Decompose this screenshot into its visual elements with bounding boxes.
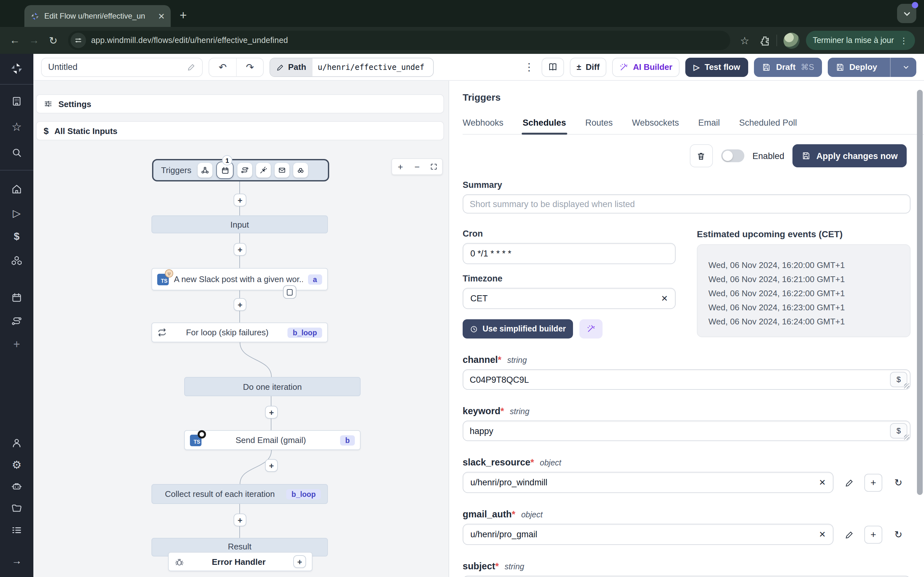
settings-gear-icon[interactable]: ⚙ bbox=[0, 454, 33, 476]
email-trigger-icon[interactable] bbox=[275, 163, 289, 177]
resize-handle[interactable] bbox=[904, 435, 909, 440]
resources-icon[interactable] bbox=[0, 250, 33, 271]
forward-icon[interactable]: → bbox=[26, 32, 42, 49]
routes-icon[interactable] bbox=[0, 310, 33, 332]
cron-input[interactable]: 0 */1 * * * * bbox=[463, 243, 676, 264]
tab-routes[interactable]: Routes bbox=[585, 118, 613, 134]
resize-handle[interactable] bbox=[904, 384, 909, 388]
channel-input[interactable]: C04P9T8QC9L $ bbox=[463, 369, 911, 390]
gmail-auth-input[interactable]: u/henri/pro_gmail ✕ bbox=[463, 524, 834, 545]
schedules-icon[interactable] bbox=[0, 287, 33, 308]
tab-webhooks[interactable]: Webhooks bbox=[463, 118, 503, 134]
slack-step-node[interactable]: TS A new Slack post with a given wor... … bbox=[152, 268, 328, 290]
deploy-dropdown-icon[interactable] bbox=[896, 63, 916, 71]
browser-update-button[interactable]: Terminer la mise à jour ⋮ bbox=[806, 31, 915, 50]
diff-button[interactable]: ± Diff bbox=[569, 57, 607, 77]
do-one-iteration-node[interactable]: Do one iteration bbox=[184, 377, 360, 396]
zoom-in-icon[interactable]: + bbox=[392, 159, 409, 174]
new-tab-icon[interactable]: + bbox=[180, 8, 187, 23]
more-options-icon[interactable]: ⋮ bbox=[523, 61, 535, 73]
simplified-builder-button[interactable]: Use simplified builder bbox=[463, 319, 573, 338]
clear-timezone-icon[interactable]: ✕ bbox=[661, 293, 668, 303]
apply-changes-button[interactable]: Apply changes now bbox=[792, 144, 907, 167]
refresh-resource-icon[interactable]: ↻ bbox=[890, 477, 907, 488]
summary-input[interactable] bbox=[463, 194, 911, 213]
insert-step-button[interactable]: + bbox=[265, 459, 278, 472]
redo-button[interactable]: ↷ bbox=[236, 58, 263, 76]
draft-button[interactable]: Draft ⌘S bbox=[754, 57, 822, 77]
tab-websockets[interactable]: Websockets bbox=[632, 118, 679, 134]
timezone-input[interactable]: CET ✕ bbox=[463, 288, 676, 309]
all-static-inputs-row[interactable]: $ All Static Inputs bbox=[36, 121, 444, 140]
favorites-star-icon[interactable]: ☆ bbox=[0, 116, 33, 138]
route-trigger-icon[interactable] bbox=[237, 163, 252, 177]
add-resource-button[interactable]: + bbox=[864, 525, 882, 543]
tab-email[interactable]: Email bbox=[698, 118, 720, 134]
deploy-button[interactable]: Deploy bbox=[827, 57, 916, 77]
insert-step-button[interactable]: + bbox=[234, 298, 246, 311]
add-icon[interactable]: + bbox=[0, 334, 33, 355]
send-email-node[interactable]: TS Send Email (gmail) b bbox=[184, 430, 360, 450]
websocket-trigger-icon[interactable] bbox=[256, 163, 271, 177]
subject-input[interactable]: $ bbox=[463, 576, 911, 577]
enabled-toggle[interactable] bbox=[721, 149, 744, 162]
docs-button[interactable] bbox=[541, 57, 564, 77]
path-edit-button[interactable]: Path bbox=[270, 58, 312, 76]
folders-icon[interactable] bbox=[0, 498, 33, 519]
workers-icon[interactable] bbox=[0, 476, 33, 498]
edit-resource-icon[interactable] bbox=[841, 478, 858, 487]
variables-icon[interactable]: $ bbox=[0, 226, 33, 247]
windmill-logo[interactable] bbox=[0, 58, 33, 79]
webhook-trigger-icon[interactable] bbox=[198, 163, 212, 177]
schedule-trigger-icon[interactable]: 1 bbox=[216, 161, 234, 179]
edit-pencil-icon[interactable] bbox=[187, 63, 196, 71]
panel-scrollbar[interactable] bbox=[917, 90, 923, 495]
scheduled-poll-trigger-icon[interactable] bbox=[293, 163, 308, 177]
extensions-icon[interactable] bbox=[759, 35, 770, 45]
ai-builder-button[interactable]: AI Builder bbox=[612, 57, 680, 77]
browser-menu-icon[interactable]: ⋮ bbox=[900, 35, 908, 45]
expand-sidebar-icon[interactable]: → bbox=[0, 550, 33, 572]
forloop-node[interactable]: For loop (skip failures) b_loop bbox=[152, 322, 328, 342]
search-icon[interactable] bbox=[0, 142, 33, 163]
triggers-node[interactable]: Triggers 1 bbox=[152, 159, 329, 181]
runs-icon[interactable]: ▷ bbox=[0, 202, 33, 224]
site-info-icon[interactable] bbox=[71, 33, 86, 48]
reload-icon[interactable]: ↻ bbox=[45, 32, 61, 49]
add-resource-button[interactable]: + bbox=[864, 474, 882, 492]
tab-search-button[interactable] bbox=[897, 4, 916, 23]
logs-icon[interactable] bbox=[0, 519, 33, 541]
user-icon[interactable] bbox=[0, 432, 33, 454]
delete-schedule-button[interactable] bbox=[690, 144, 712, 167]
tab-schedules[interactable]: Schedules bbox=[523, 118, 566, 134]
profile-avatar[interactable] bbox=[783, 32, 799, 48]
clear-resource-icon[interactable]: ✕ bbox=[819, 478, 826, 487]
home-icon[interactable] bbox=[0, 178, 33, 200]
tab-close-icon[interactable]: ✕ bbox=[158, 12, 165, 20]
clear-resource-icon[interactable]: ✕ bbox=[819, 530, 826, 539]
zoom-out-icon[interactable]: − bbox=[409, 159, 425, 174]
select-step-checkbox[interactable] bbox=[283, 285, 296, 299]
ai-cron-button[interactable] bbox=[580, 319, 603, 338]
tab-scheduled-poll[interactable]: Scheduled Poll bbox=[739, 118, 797, 134]
input-node[interactable]: Input bbox=[152, 215, 328, 234]
path-input[interactable]: u/henri/effective_undef bbox=[312, 58, 433, 76]
flow-settings-row[interactable]: Settings bbox=[36, 94, 444, 113]
error-handler-node[interactable]: Error Handler + bbox=[168, 552, 312, 571]
undo-button[interactable]: ↶ bbox=[209, 58, 236, 76]
insert-step-button[interactable]: + bbox=[234, 243, 246, 256]
add-error-handler-button[interactable]: + bbox=[293, 555, 306, 568]
edit-resource-icon[interactable] bbox=[841, 530, 858, 539]
collect-result-node[interactable]: Collect result of each iteration b_loop bbox=[152, 484, 328, 504]
insert-step-button[interactable]: + bbox=[234, 193, 246, 206]
slack-resource-input[interactable]: u/henri/pro_windmill ✕ bbox=[463, 472, 834, 493]
workspace-icon[interactable] bbox=[0, 90, 33, 112]
keyword-input[interactable]: happy $ bbox=[463, 421, 911, 441]
browser-tab[interactable]: Edit Flow u/henri/effective_un ✕ bbox=[24, 5, 171, 27]
address-bar[interactable]: app.windmill.dev/flows/edit/u/henri/effe… bbox=[68, 31, 730, 50]
back-icon[interactable]: ← bbox=[6, 32, 23, 49]
flow-name-input[interactable]: Untitled bbox=[41, 57, 203, 77]
insert-step-button[interactable]: + bbox=[265, 406, 278, 419]
bookmark-star-icon[interactable]: ☆ bbox=[736, 32, 753, 49]
test-flow-button[interactable]: ▷ Test flow bbox=[685, 57, 748, 77]
